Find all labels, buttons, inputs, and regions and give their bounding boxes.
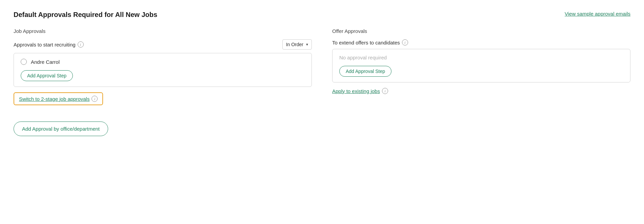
order-select-value: In Order [286, 42, 303, 47]
extend-offers-text: To extend offers to candidates [332, 40, 400, 45]
switch-link-container: Switch to 2-stage job approvals i [14, 92, 103, 105]
approvals-to-start-info-icon[interactable]: i [78, 41, 84, 48]
extend-offers-label: To extend offers to candidates i [332, 39, 408, 45]
apply-to-existing-row: Apply to existing jobs i [332, 88, 630, 94]
switch-link-info-icon[interactable]: i [92, 96, 98, 102]
approvals-to-start-text: Approvals to start recruiting [14, 42, 76, 48]
approvals-to-start-row: Approvals to start recruiting i In Order… [14, 39, 312, 50]
extend-offers-row: To extend offers to candidates i [332, 39, 630, 45]
offer-approvals-title: Offer Approvals [332, 28, 630, 34]
add-approval-by-office-button[interactable]: Add Approval by office/department [14, 122, 108, 136]
job-add-approval-step-button[interactable]: Add Approval Step [21, 70, 73, 81]
offer-add-approval-step-button[interactable]: Add Approval Step [339, 66, 391, 77]
approvals-to-start-label: Approvals to start recruiting i [14, 41, 84, 48]
approver-radio[interactable] [21, 59, 27, 65]
order-select[interactable]: In Order ▾ [282, 39, 312, 50]
approver-name: Andre Carrol [31, 59, 60, 65]
job-approval-box: Andre Carrol Add Approval Step [14, 53, 312, 87]
job-approvals-column: Job Approvals Approvals to start recruit… [14, 28, 312, 136]
extend-offers-info-icon[interactable]: i [402, 39, 408, 45]
apply-to-existing-jobs-link[interactable]: Apply to existing jobs [332, 88, 380, 94]
no-approval-text: No approval required [339, 55, 623, 60]
offer-approval-box: No approval required Add Approval Step [332, 49, 630, 82]
approver-row: Andre Carrol [21, 59, 305, 65]
order-select-chevron-icon: ▾ [306, 42, 308, 47]
view-sample-link[interactable]: View sample approval emails [565, 11, 630, 17]
switch-to-2-stage-link[interactable]: Switch to 2-stage job approvals [19, 96, 89, 102]
apply-link-info-icon[interactable]: i [382, 88, 388, 94]
offer-approvals-column: Offer Approvals To extend offers to cand… [332, 28, 630, 136]
job-approvals-title: Job Approvals [14, 28, 312, 34]
page-title: Default Approvals Required for All New J… [14, 11, 157, 19]
